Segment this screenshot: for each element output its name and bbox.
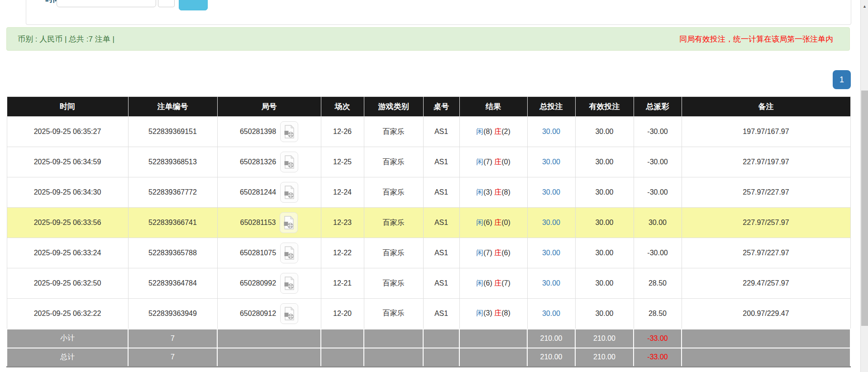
cell-time: 2025-09-25 06:35:27: [7, 117, 128, 147]
footer-bet-count: 7: [128, 348, 217, 367]
column-header-valid_bet: 有效投注: [575, 97, 634, 117]
footer-total-payout: -33.00: [634, 329, 682, 348]
cell-session: 12-24: [321, 177, 364, 208]
cell-table_no: AS1: [423, 177, 459, 208]
total-bet-link[interactable]: 30.00: [542, 219, 560, 226]
player-result-label: 闲: [476, 309, 483, 317]
cell-session: 12-26: [321, 117, 364, 147]
cell-result: 闲(6) 庄(7): [459, 268, 527, 299]
player-result-label: 闲: [476, 128, 483, 135]
table-row[interactable]: 2025-09-25 06:35:27522839369151650281398…: [7, 117, 850, 147]
cell-round_id: 650280912: [217, 299, 321, 329]
cell-time: 2025-09-25 06:33:24: [7, 238, 128, 268]
player-result-value: (6): [483, 279, 492, 287]
pagination-page-1-button[interactable]: 1: [833, 70, 851, 89]
bet-records-table: 时间注单编号局号场次游戏类别桌号结果总投注有效投注总派彩备注 2025-09-2…: [6, 96, 851, 367]
cell-game_type: 百家乐: [364, 117, 423, 147]
scrollbar-thumb[interactable]: [861, 91, 868, 326]
cell-total_bet: 30.00: [527, 177, 575, 208]
bet-records-page: 时间排序: 时间(由大到小) 币别 : 人民币 | 总共 :7 注单 | 同局有…: [0, 0, 868, 372]
round-id-text: 650281398: [240, 128, 276, 136]
banker-result-label: 庄: [494, 219, 501, 226]
cell-result: 闲(3) 庄(8): [459, 299, 527, 329]
round-id-text: 650281326: [240, 158, 276, 166]
cell-session: 12-20: [321, 299, 364, 329]
video-replay-icon[interactable]: [280, 243, 298, 263]
cell-game_type: 百家乐: [364, 177, 423, 208]
cell-bet_id: 522839369151: [128, 117, 217, 147]
scroll-up-arrow-icon[interactable]: ▲: [861, 3, 868, 10]
cell-table_no: AS1: [423, 117, 459, 147]
sort-order-select[interactable]: 时间(由大到小): [57, 0, 156, 7]
cell-remark: 227.97/197.97: [682, 147, 850, 177]
player-result-label: 闲: [476, 219, 483, 226]
cell-remark: 227.97/257.97: [682, 208, 850, 238]
cell-table_no: AS1: [423, 147, 459, 177]
video-replay-icon[interactable]: [280, 212, 298, 233]
total-bet-link[interactable]: 30.00: [542, 158, 560, 166]
cell-time: 2025-09-25 06:34:59: [7, 147, 128, 177]
table-row[interactable]: 2025-09-25 06:32:50522839364784650280992…: [7, 268, 850, 299]
cell-bet_id: 522839365788: [128, 238, 217, 268]
cell-result: 闲(7) 庄(0): [459, 147, 527, 177]
cell-payout: 30.00: [634, 208, 682, 238]
cell-session: 12-23: [321, 208, 364, 238]
banker-result-label: 庄: [494, 158, 501, 166]
video-replay-icon[interactable]: [280, 152, 298, 172]
summary-bar: 币别 : 人民币 | 总共 :7 注单 | 同局有效投注，统一计算在该局第一张注…: [6, 27, 850, 51]
table-row[interactable]: 2025-09-25 06:33:56522839366741650281153…: [7, 208, 850, 238]
cell-remark: 257.97/227.97: [682, 238, 850, 268]
cell-total_bet: 30.00: [527, 238, 575, 268]
video-replay-icon[interactable]: [280, 182, 298, 203]
round-id-text: 650281153: [240, 219, 276, 227]
table-row[interactable]: 2025-09-25 06:32:22522839363949650280912…: [7, 299, 850, 329]
round-id-text: 650281075: [240, 249, 276, 257]
footer-empty-cell: [321, 348, 364, 367]
vertical-scrollbar[interactable]: ▲: [860, 0, 868, 372]
banker-result-value: (8): [501, 309, 510, 317]
cell-total_bet: 30.00: [527, 208, 575, 238]
search-button[interactable]: [179, 0, 208, 10]
column-header-remark: 备注: [682, 97, 850, 117]
total-bet-link[interactable]: 30.00: [542, 310, 560, 317]
footer-total-bet: 210.00: [527, 329, 575, 348]
player-result-value: (3): [483, 309, 492, 317]
footer-label: 小计: [7, 329, 128, 348]
footer-empty-cell: [682, 348, 850, 367]
total-bet-link[interactable]: 30.00: [542, 249, 560, 257]
player-result-value: (6): [483, 219, 492, 226]
total-bet-link[interactable]: 30.00: [542, 279, 560, 287]
video-replay-icon[interactable]: [280, 303, 298, 324]
cell-session: 12-22: [321, 238, 364, 268]
footer-label: 总计: [7, 348, 128, 367]
player-result-label: 闲: [476, 158, 483, 166]
cell-time: 2025-09-25 06:32:50: [7, 268, 128, 299]
banker-result-value: (0): [501, 158, 510, 166]
footer-valid-bet: 210.00: [575, 329, 634, 348]
table-row[interactable]: 2025-09-25 06:34:59522839368513650281326…: [7, 147, 850, 177]
total-bet-link[interactable]: 30.00: [542, 188, 560, 196]
select-addon-box[interactable]: [158, 0, 175, 7]
footer-empty-cell: [423, 348, 459, 367]
cell-valid_bet: 30.00: [575, 117, 634, 147]
cell-bet_id: 522839363949: [128, 299, 217, 329]
cell-payout: -30.00: [634, 147, 682, 177]
table-row[interactable]: 2025-09-25 06:34:30522839367772650281244…: [7, 177, 850, 208]
footer-empty-cell: [459, 348, 527, 367]
footer-valid-bet: 210.00: [575, 348, 634, 367]
cell-total_bet: 30.00: [527, 268, 575, 299]
round-id-text: 650280992: [240, 279, 276, 287]
cell-game_type: 百家乐: [364, 268, 423, 299]
total-bet-link[interactable]: 30.00: [542, 128, 560, 135]
column-header-payout: 总派彩: [634, 97, 682, 117]
table-row[interactable]: 2025-09-25 06:33:24522839365788650281075…: [7, 238, 850, 268]
banker-result-label: 庄: [494, 279, 501, 287]
footer-empty-cell: [423, 329, 459, 348]
currency-summary-text: 币别 : 人民币 | 总共 :7 注单 |: [18, 34, 114, 44]
cell-result: 闲(6) 庄(0): [459, 208, 527, 238]
cell-valid_bet: 30.00: [575, 268, 634, 299]
video-replay-icon[interactable]: [280, 273, 298, 294]
footer-empty-cell: [364, 329, 423, 348]
video-replay-icon[interactable]: [280, 121, 298, 142]
banker-result-value: (0): [501, 219, 510, 226]
